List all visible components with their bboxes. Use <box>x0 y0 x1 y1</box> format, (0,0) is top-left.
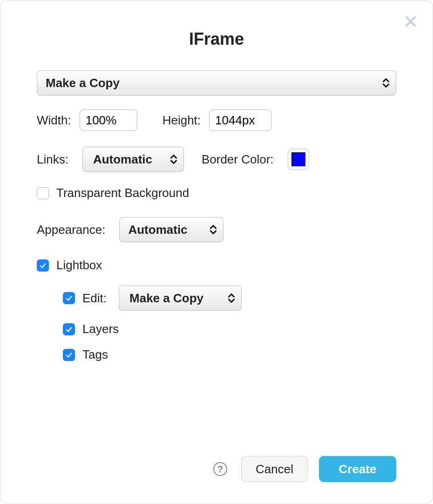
chevron-updown-icon <box>383 78 389 88</box>
chevron-updown-icon <box>210 225 216 235</box>
lightbox-layers-row: Layers <box>63 322 396 336</box>
lightbox-tags-checkbox[interactable] <box>63 349 75 361</box>
appearance-select[interactable]: Automatic <box>119 217 223 242</box>
links-label: Links: <box>37 152 68 167</box>
lightbox-layers-checkbox[interactable] <box>63 323 75 335</box>
links-select-value: Automatic <box>93 152 152 167</box>
lightbox-edit-row: Edit: Make a Copy <box>63 286 396 311</box>
lightbox-row: Lightbox <box>37 258 396 272</box>
create-button-label: Create <box>339 462 377 477</box>
lightbox-tags-row: Tags <box>63 347 396 362</box>
height-label: Height: <box>162 113 201 128</box>
transparent-row: Transparent Background <box>37 186 396 200</box>
cancel-button-label: Cancel <box>256 462 293 477</box>
appearance-row: Appearance: Automatic <box>37 217 396 242</box>
appearance-select-value: Automatic <box>128 223 187 237</box>
iframe-dialog: IFrame Make a Copy Width: Height: Links:… <box>0 0 433 504</box>
lightbox-tags-label: Tags <box>82 347 108 362</box>
height-input[interactable] <box>209 109 271 131</box>
border-color-label: Border Color: <box>202 152 274 167</box>
links-row: Links: Automatic Border Color: <box>37 147 396 172</box>
lightbox-edit-checkbox[interactable] <box>63 292 75 304</box>
cancel-button[interactable]: Cancel <box>241 456 308 482</box>
width-input[interactable] <box>80 109 137 131</box>
lightbox-layers-label: Layers <box>82 322 119 336</box>
transparent-label: Transparent Background <box>56 186 189 200</box>
mode-select-value: Make a Copy <box>46 76 120 90</box>
create-button[interactable]: Create <box>319 456 396 482</box>
links-select[interactable]: Automatic <box>82 147 184 172</box>
lightbox-label: Lightbox <box>56 258 102 272</box>
close-icon[interactable] <box>404 14 418 28</box>
help-icon[interactable]: ? <box>213 462 227 476</box>
lightbox-edit-select-value: Make a Copy <box>129 291 203 306</box>
lightbox-edit-select[interactable]: Make a Copy <box>119 286 242 311</box>
appearance-label: Appearance: <box>37 223 105 237</box>
border-color-swatch <box>291 152 305 166</box>
size-row: Width: Height: <box>37 109 396 131</box>
mode-select[interactable]: Make a Copy <box>37 70 396 95</box>
dialog-title: IFrame <box>0 29 433 49</box>
border-color-picker[interactable] <box>288 149 309 170</box>
chevron-updown-icon <box>170 154 177 164</box>
transparent-checkbox[interactable] <box>37 187 49 199</box>
lightbox-checkbox[interactable] <box>37 259 49 272</box>
dialog-footer: ? Cancel Create <box>213 456 396 482</box>
lightbox-edit-label: Edit: <box>82 291 107 306</box>
chevron-updown-icon <box>228 293 235 303</box>
width-label: Width: <box>37 113 71 128</box>
